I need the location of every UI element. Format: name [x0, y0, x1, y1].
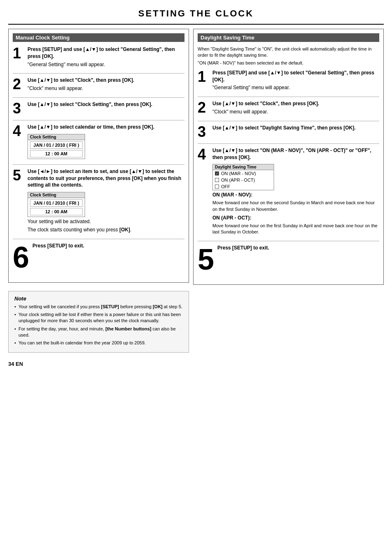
daylight-default: "ON (MAR - NOV)" has been selected as th…	[198, 60, 379, 65]
manual-step-6-content: Press [SETUP] to exit.	[32, 242, 184, 251]
manual-step-2-content: Use [▲/▼] to select "Clock", then press …	[28, 77, 184, 93]
dst-step-5-num: 5	[198, 245, 214, 274]
dst-on-apr-oct-text: Move forward one hour on the first Sunda…	[212, 223, 379, 235]
manual-step-3-num: 3	[13, 101, 24, 116]
manual-step-5-clock-value: JAN / 01 / 2010 ( FRI )	[30, 199, 83, 207]
manual-section: Manual Clock Setting 1 Press [SETUP] and…	[8, 29, 189, 283]
daylight-section-title: Daylight Saving Time	[198, 33, 379, 42]
dst-checkbox-apr-oct	[215, 178, 219, 182]
page-title: SETTING THE CLOCK	[8, 4, 384, 25]
dst-step-1-content: Press [SETUP] and use [▲/▼] to select "G…	[212, 69, 379, 92]
dst-label-apr-oct: ON (APR - OCT)	[221, 178, 255, 182]
manual-section-title: Manual Clock Setting	[13, 33, 184, 42]
dst-checkbox-mar-nov: ✓	[215, 171, 219, 175]
dst-step-1-note: "General Setting" menu will appear.	[212, 84, 379, 91]
dst-step-2-content: Use [▲/▼] to select "Clock", then press …	[212, 100, 379, 117]
dst-option-mar-nov: ✓ ON (MAR - NOV)	[213, 170, 274, 177]
dst-option-apr-oct: ON (APR - OCT)	[213, 177, 274, 183]
manual-step-1: 1 Press [SETUP] and use [▲/▼] to select …	[13, 46, 184, 69]
manual-step-6: 6 Press [SETUP] to exit.	[13, 242, 184, 272]
manual-step-6-bold: Press [SETUP] to exit.	[32, 243, 84, 249]
dst-step-1-num: 1	[198, 69, 209, 84]
manual-step-4-bold: Use [▲/▼] to select calendar or time, th…	[28, 124, 154, 130]
dst-step-5: 5 Press [SETUP] to exit.	[198, 245, 379, 274]
dst-box: Daylight Saving Time ✓ ON (MAR - NOV) ON…	[212, 164, 274, 190]
dst-step-3-bold: Use [▲/▼] to select "Daylight Saving Tim…	[212, 125, 355, 131]
manual-step-6-num: 6	[13, 242, 29, 272]
dst-step-4-num: 4	[198, 147, 209, 162]
note-list: Your setting will be canceled if you pre…	[14, 304, 183, 346]
dst-label-mar-nov: ON (MAR - NOV)	[221, 171, 256, 176]
note-item-3: For setting the day, year, hour, and min…	[14, 326, 183, 339]
dst-on-mar-nov-text: Move forward one hour on the second Sund…	[212, 200, 379, 212]
note-title: Note	[14, 295, 183, 302]
manual-step-3-content: Use [▲/▼] to select "Clock Setting", the…	[28, 101, 184, 109]
dst-step-3: 3 Use [▲/▼] to select "Daylight Saving T…	[198, 125, 379, 139]
daylight-intro: When "Daylight Saving Time" is "ON", the…	[198, 46, 379, 59]
manual-step-1-bold: Press [SETUP] and use [▲/▼] to select "G…	[28, 46, 175, 59]
dst-option-off: OFF	[213, 183, 274, 190]
dst-step-2-bold: Use [▲/▼] to select "Clock", then press …	[212, 101, 319, 106]
manual-step-1-content: Press [SETUP] and use [▲/▼] to select "G…	[28, 46, 184, 69]
dst-step-3-num: 3	[198, 125, 209, 139]
note-item-1: Your setting will be canceled if you pre…	[14, 304, 183, 310]
dst-step-2-num: 2	[198, 100, 209, 115]
note-item-2: Your clock setting will be lost if eithe…	[14, 312, 183, 324]
manual-step-5: 5 Use [◄/►] to select an item to set, an…	[13, 168, 184, 235]
dst-step-2: 2 Use [▲/▼] to select "Clock", then pres…	[198, 100, 379, 117]
manual-step-4: 4 Use [▲/▼] to select calendar or time, …	[13, 124, 184, 160]
dst-step-4: 4 Use [▲/▼] to select "ON (MAR - NOV)", …	[198, 147, 379, 237]
dst-step-4-bold: Use [▲/▼] to select "ON (MAR - NOV)", "O…	[212, 148, 371, 160]
manual-step-4-clock-time: 12 : 00 AM	[30, 150, 83, 157]
manual-step-4-num: 4	[13, 124, 24, 138]
dst-on-apr-oct-title: ON (APR - OCT):	[212, 215, 379, 222]
dst-on-mar-nov-title: ON (MAR - NOV):	[212, 192, 379, 199]
dst-step-2-note: "Clock" menu will appear.	[212, 108, 379, 115]
manual-step-4-clock-title: Clock Setting	[28, 134, 85, 140]
manual-step-2-note: "Clock" menu will appear.	[28, 85, 184, 92]
dst-step-4-content: Use [▲/▼] to select "ON (MAR - NOV)", "O…	[212, 147, 379, 237]
manual-step-2-num: 2	[13, 77, 24, 92]
daylight-section: Daylight Saving Time When "Daylight Savi…	[193, 29, 384, 285]
manual-step-5-after2: The clock starts counting when you press…	[28, 226, 184, 233]
main-content: Manual Clock Setting 1 Press [SETUP] and…	[8, 29, 384, 285]
manual-step-4-content: Use [▲/▼] to select calendar or time, th…	[28, 124, 184, 160]
manual-step-5-clock-title: Clock Setting	[28, 192, 85, 198]
manual-step-5-bold: Use [◄/►] to select an item to set, and …	[28, 169, 181, 188]
manual-step-5-content: Use [◄/►] to select an item to set, and …	[28, 168, 184, 235]
manual-step-5-num: 5	[13, 168, 24, 183]
manual-step-3: 3 Use [▲/▼] to select "Clock Setting", t…	[13, 101, 184, 116]
note-item-4: You can set the built-in calendar from t…	[14, 340, 183, 346]
manual-step-1-num: 1	[13, 46, 24, 61]
dst-step-1: 1 Press [SETUP] and use [▲/▼] to select …	[198, 69, 379, 92]
manual-step-5-clock-box: Clock Setting JAN / 01 / 2010 ( FRI ) 12…	[28, 192, 85, 217]
page-footer: 34 EN	[8, 361, 384, 367]
manual-step-3-bold: Use [▲/▼] to select "Clock Setting", the…	[28, 102, 152, 107]
dst-step-1-bold: Press [SETUP] and use [▲/▼] to select "G…	[212, 70, 374, 83]
manual-step-4-clock-value: JAN / 01 / 2010 ( FRI )	[30, 141, 83, 149]
manual-step-5-clock-time: 12 : 00 AM	[30, 208, 83, 215]
manual-step-2: 2 Use [▲/▼] to select "Clock", then pres…	[13, 77, 184, 93]
dst-label-off: OFF	[221, 184, 230, 189]
dst-step-5-bold: Press [SETUP] to exit.	[217, 245, 269, 251]
manual-step-4-clock-box: Clock Setting JAN / 01 / 2010 ( FRI ) 12…	[28, 134, 85, 159]
manual-step-2-bold: Use [▲/▼] to select "Clock", then press …	[28, 77, 134, 83]
dst-box-title: Daylight Saving Time	[213, 164, 274, 170]
manual-step-5-after1: Your setting will be activated.	[28, 218, 184, 225]
page: SETTING THE CLOCK Manual Clock Setting 1…	[0, 0, 392, 554]
dst-step-5-content: Press [SETUP] to exit.	[217, 245, 379, 253]
note-box: Note Your setting will be canceled if yo…	[8, 291, 189, 353]
manual-step-1-note: "General Setting" menu will appear.	[28, 61, 184, 68]
dst-step-3-content: Use [▲/▼] to select "Daylight Saving Tim…	[212, 125, 379, 133]
dst-checkbox-off	[215, 185, 219, 189]
